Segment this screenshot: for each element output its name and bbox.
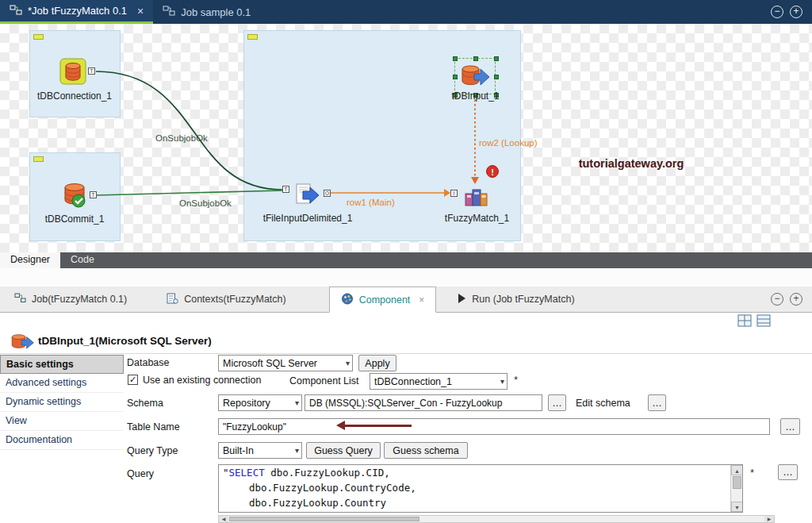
tab-component[interactable]: Component ×	[329, 286, 437, 313]
close-tab-icon[interactable]: ×	[137, 6, 144, 17]
trigger-anchor[interactable]: T	[90, 191, 97, 198]
sql-keyword: SELECT	[229, 467, 265, 479]
component-label: tFuzzyMatch_1	[439, 213, 515, 224]
required-asterisk: *	[750, 467, 754, 479]
panel-horizontal-scrollbar[interactable]: ◀ ▶	[218, 515, 775, 523]
query-editor[interactable]: "SELECT dbo.FuzzyLookup.CID, dbo.FuzzyLo…	[218, 464, 743, 513]
query-vertical-scrollbar[interactable]: ▲ ▼	[730, 465, 742, 512]
sidebar-item-documentation[interactable]: Documentation	[0, 431, 124, 450]
connection-label[interactable]: OnSubjobOk	[179, 198, 232, 208]
scroll-down-icon[interactable]: ▼	[731, 502, 743, 512]
panel-layout-controls	[737, 314, 771, 329]
sidebar-item-view[interactable]: View	[0, 412, 124, 431]
connection-label[interactable]: row2 (Lookup)	[479, 138, 538, 148]
component-label: tDBCommit_1	[30, 213, 119, 225]
run-icon	[457, 293, 466, 306]
bottom-panel-tabs: Job(tFuzzyMatch 0.1) Contexts(tFuzzyMatc…	[0, 286, 812, 313]
tfuzzymatch-icon[interactable]	[463, 184, 490, 212]
trigger-anchor[interactable]: T	[282, 186, 289, 193]
connection-label[interactable]: OnSubjobOk	[155, 133, 208, 143]
query-type-select[interactable]: Built-In ▾	[218, 442, 302, 459]
component-list-select[interactable]: tDBConnection_1 ▾	[370, 373, 508, 390]
settings-sidebar: Basic settings Advanced settings Dynamic…	[0, 355, 124, 450]
tab-job-view[interactable]: Job(tFuzzyMatch 0.1)	[3, 286, 138, 312]
query-type-label: Query Type	[127, 445, 178, 456]
tab-contexts[interactable]: Contexts(tFuzzyMatch)	[155, 286, 297, 312]
subjob-tag-icon	[33, 156, 44, 162]
database-label: Database	[127, 357, 170, 368]
tfileinputdelimited-icon[interactable]	[294, 183, 321, 210]
scrollbar-thumb[interactable]	[229, 517, 419, 521]
component-label: tFileInputDelimited_1	[255, 213, 360, 224]
output-anchor[interactable]: O	[324, 190, 331, 197]
schema-repository-field[interactable]: DB (MSSQL):SQLServer_Con - FuzzyLookup	[304, 394, 542, 411]
sidebar-item-basic-settings[interactable]: Basic settings	[0, 355, 124, 374]
job-icon	[163, 6, 175, 18]
tdbinput-icon	[10, 333, 35, 354]
tab-job-sample[interactable]: Job sample 0.1	[153, 0, 260, 24]
component-palette-icon	[341, 293, 354, 307]
maximize-view-icon[interactable]: +	[790, 6, 802, 18]
schema-type-select[interactable]: Repository ▾	[218, 394, 302, 411]
maximize-panel-icon[interactable]: +	[790, 293, 802, 306]
connection-label[interactable]: row1 (Main)	[347, 198, 395, 207]
component-header: tDBInput_1(Microsoft SQL Server)	[0, 329, 812, 354]
required-asterisk: *	[514, 374, 518, 386]
job-tab-bar: *Job tFuzzyMatch 0.1 × Job sample 0.1 − …	[0, 0, 812, 24]
chevron-down-icon: ▾	[342, 359, 350, 367]
database-select[interactable]: Microsoft SQL Server ▾	[218, 355, 353, 371]
panel-spacer	[0, 268, 812, 286]
talend-studio-window: *Job tFuzzyMatch 0.1 × Job sample 0.1 − …	[0, 0, 812, 523]
minimize-view-icon[interactable]: −	[771, 6, 783, 18]
scrollbar-thumb[interactable]	[733, 476, 741, 489]
scroll-up-icon[interactable]: ▲	[731, 465, 743, 475]
job-tab-label: *Job tFuzzyMatch 0.1	[28, 5, 127, 17]
panel-tab-actions: − +	[771, 286, 812, 312]
chevron-down-icon: ▾	[291, 398, 299, 407]
scroll-right-icon[interactable]: ▶	[764, 516, 774, 522]
query-type-value: Built-In	[223, 445, 254, 456]
schema-type-value: Repository	[223, 398, 270, 409]
component-label: tDBConnection_1	[30, 90, 119, 102]
view-switch-bar: Designer Code	[0, 252, 812, 268]
tab-code[interactable]: Code	[60, 252, 105, 268]
query-label: Query	[127, 468, 154, 479]
schema-label: Schema	[127, 398, 163, 409]
panel-tab-label: Job(tFuzzyMatch 0.1)	[32, 294, 127, 305]
query-browse-button[interactable]: …	[778, 464, 798, 480]
tab-designer[interactable]: Designer	[0, 252, 60, 268]
edit-schema-label: Edit schema	[576, 398, 630, 409]
sidebar-item-advanced-settings[interactable]: Advanced settings	[0, 374, 124, 393]
use-existing-connection-checkbox[interactable]: ✓	[128, 375, 138, 385]
chevron-down-icon: ▾	[496, 377, 504, 386]
tab-run[interactable]: Run (Job tFuzzyMatch)	[446, 286, 585, 312]
tdbcommit-icon[interactable]	[60, 180, 89, 211]
design-canvas[interactable]: T T T O I tDBConnection_1 tDBCommit_1 tD…	[0, 24, 812, 252]
close-tab-icon[interactable]: ×	[419, 294, 424, 306]
chevron-down-icon: ▾	[291, 446, 299, 455]
tab-job-tfuzzymatch[interactable]: *Job tFuzzyMatch 0.1 ×	[0, 0, 153, 24]
input-anchor[interactable]: I	[450, 190, 458, 197]
layout-rows-icon[interactable]	[756, 314, 771, 329]
table-name-input[interactable]: "FuzzyLookup"	[218, 418, 770, 435]
guess-query-button[interactable]: Guess Query	[306, 442, 381, 459]
component-label: tDBInput_1	[438, 90, 513, 102]
layout-grid-icon[interactable]	[737, 314, 752, 329]
job-icon	[14, 293, 26, 306]
trigger-anchor[interactable]: T	[88, 67, 95, 75]
panel-tab-label: Component	[359, 294, 411, 306]
sidebar-item-dynamic-settings[interactable]: Dynamic settings	[0, 393, 124, 412]
guess-schema-button[interactable]: Guess schema	[384, 442, 468, 459]
table-name-label: Table Name	[127, 421, 180, 433]
minimize-panel-icon[interactable]: −	[771, 293, 783, 306]
table-name-browse-button[interactable]: …	[780, 418, 800, 435]
tdbconnection-icon[interactable]	[59, 57, 87, 88]
apply-button[interactable]: Apply	[358, 355, 396, 371]
panel-tab-label: Run (Job tFuzzyMatch)	[472, 294, 574, 305]
schema-browse-button[interactable]: …	[548, 394, 566, 411]
database-value: Microsoft SQL Server	[223, 358, 317, 369]
error-badge: !	[486, 165, 499, 178]
job-icon	[10, 5, 22, 17]
edit-schema-button[interactable]: …	[648, 394, 666, 411]
scroll-left-icon[interactable]: ◀	[219, 516, 228, 522]
